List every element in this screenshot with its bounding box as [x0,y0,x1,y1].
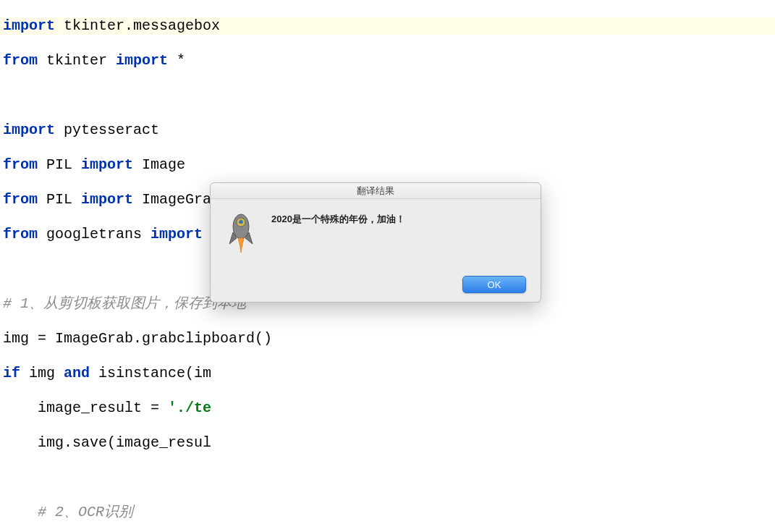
messagebox-dialog: 翻译结果 2020是一个特殊的年份，加油！ OK [210,182,541,303]
ok-button[interactable]: OK [462,276,526,293]
code-line [0,469,775,486]
dialog-body: 2020是一个特殊的年份，加油！ [211,199,541,258]
python-rocket-icon [224,212,258,258]
code-line: import pytesseract [0,122,775,139]
code-line: import tkinter.messagebox [0,17,775,35]
code-line [0,87,775,104]
dialog-footer: OK [462,274,526,294]
dialog-message: 2020是一个特殊的年份，加油！ [271,214,405,258]
dialog-title: 翻译结果 [211,183,541,199]
code-line: from tkinter import * [0,52,775,69]
code-line: # 2、OCR识别 [0,504,775,521]
code-line: image_result = './te [0,400,775,417]
code-line: img.save(image_resul [0,434,775,452]
code-line: if img and isinstance(im [0,365,775,382]
code-line: from PIL import Image [0,156,775,174]
code-line: img = ImageGrab.grabclipboard() [0,330,775,347]
